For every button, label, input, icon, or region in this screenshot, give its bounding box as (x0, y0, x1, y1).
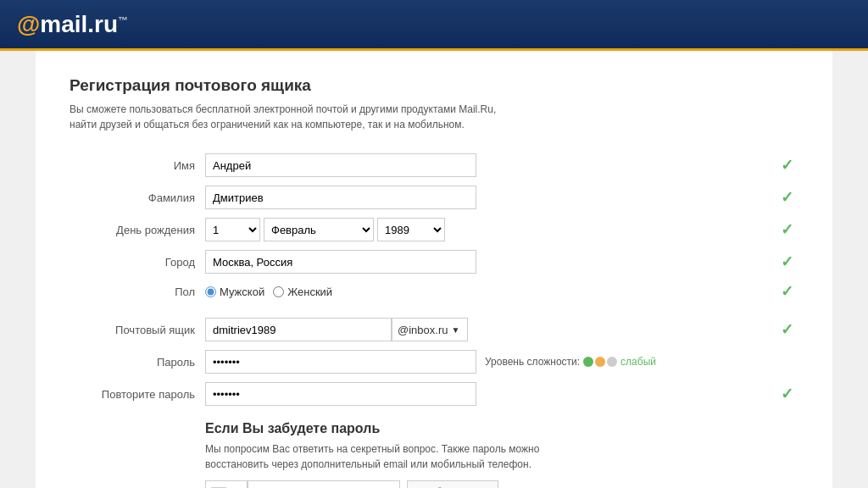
header: @mail.ru™ (0, 0, 868, 51)
strength-dots (583, 357, 617, 367)
strength-dot-2 (595, 357, 605, 367)
email-domain-arrow: ▼ (451, 325, 459, 335)
checkmark-icon: ✓ (781, 253, 793, 270)
logo[interactable]: @mail.ru™ (17, 11, 128, 38)
gender-check: ✓ (774, 282, 798, 309)
logo-trademark: ™ (118, 14, 128, 25)
birthday-label: День рождения (70, 218, 205, 250)
gender-female-radio[interactable] (273, 286, 284, 297)
city-field (205, 250, 774, 282)
forgot-text: Мы попросим Вас ответить на секретный во… (205, 441, 544, 472)
birthday-day-select[interactable]: 1 2 3 (205, 218, 260, 241)
birthday-selects: 1 2 3 Январь Февраль Март Апрель Май Июн… (205, 218, 774, 241)
confirm-password-input[interactable] (205, 382, 476, 406)
password-field: Уровень сложности: слабый (205, 350, 774, 382)
last-name-input[interactable] (205, 186, 476, 209)
email-domain-select[interactable]: @inbox.ru ▼ (392, 318, 468, 341)
birthday-check: ✓ (774, 218, 798, 250)
city-label: Город (70, 250, 205, 282)
email-check: ✓ (774, 318, 798, 350)
confirm-password-label: Повторите пароль (70, 382, 205, 414)
last-name-check: ✓ (774, 186, 798, 218)
email-input[interactable] (205, 318, 392, 341)
checkmark-icon: ✓ (781, 221, 793, 238)
first-name-check: ✓ (774, 153, 798, 186)
phone-country[interactable]: +7 (205, 480, 248, 488)
email-field: @inbox.ru ▼ (205, 318, 774, 350)
gender-options: Мужской Женский (205, 286, 774, 298)
main-content: Регистрация почтового ящика Вы сможете п… (36, 51, 832, 488)
password-input-group: Уровень сложности: слабый (205, 350, 774, 374)
forgot-section-row: Если Вы забудете пароль Мы попросим Вас … (70, 421, 798, 480)
phone-optional: не обязательно (407, 480, 499, 488)
last-name-label: Фамилия (70, 186, 205, 218)
gender-female-text: Женский (287, 286, 332, 298)
logo-tld: .ru (87, 11, 118, 37)
first-name-input[interactable] (205, 153, 476, 177)
email-input-group: @inbox.ru ▼ (205, 318, 774, 341)
password-check (774, 350, 798, 382)
confirm-password-row: Повторите пароль ✓ (70, 382, 798, 414)
city-input[interactable] (205, 250, 476, 274)
strength-label: Уровень сложности: (485, 356, 580, 368)
gender-male-radio[interactable] (205, 286, 216, 297)
checkmark-icon: ✓ (781, 157, 793, 174)
city-check: ✓ (774, 250, 798, 282)
watermark-logo-area (630, 485, 672, 488)
password-input[interactable] (205, 350, 476, 374)
phone-label: Мобильный телефон (70, 480, 205, 488)
confirm-password-check: ✓ (774, 382, 798, 414)
birthday-row: День рождения 1 2 3 Январь Февраль Март … (70, 218, 798, 250)
tv-logo-icon (630, 485, 672, 488)
gender-row: Пол Мужской Женский ✓ (70, 282, 798, 309)
city-row: Город ✓ (70, 250, 798, 282)
password-strength: Уровень сложности: слабый (485, 356, 656, 368)
registration-form: Имя ✓ Фамилия ✓ День рождения (70, 153, 798, 488)
email-row: Почтовый ящик @inbox.ru ▼ ✓ (70, 318, 798, 350)
page-description: Вы сможете пользоваться бесплатной элект… (70, 102, 510, 132)
checkmark-icon: ✓ (781, 283, 793, 300)
strength-dot-1 (583, 357, 593, 367)
gender-label: Пол (70, 282, 205, 309)
email-label: Почтовый ящик (70, 318, 205, 350)
forgot-section: Если Вы забудете пароль Мы попросим Вас … (205, 421, 798, 480)
last-name-row: Фамилия ✓ (70, 186, 798, 218)
gender-field: Мужской Женский (205, 282, 774, 309)
password-label: Пароль (70, 350, 205, 382)
logo-name: mail (40, 11, 87, 37)
phone-input[interactable] (248, 480, 400, 488)
forgot-label-empty (70, 421, 205, 480)
birthday-year-select[interactable]: 1989 1990 (377, 218, 445, 241)
checkmark-icon: ✓ (781, 189, 793, 206)
email-domain-text: @inbox.ru (398, 324, 448, 336)
last-name-field (205, 186, 774, 218)
checkmark-icon: ✓ (781, 321, 793, 338)
gender-male-label[interactable]: Мужской (205, 286, 264, 298)
first-name-row: Имя ✓ (70, 153, 798, 186)
gender-female-label[interactable]: Женский (273, 286, 332, 298)
password-row: Пароль Уровень сложности: слабый (70, 350, 798, 382)
gender-male-text: Мужской (220, 286, 264, 298)
watermark: TeachVideo ПОСМОТРИ КАК ЗНАНИЯ МЕНЯЮТ МИ… (630, 485, 820, 488)
checkmark-icon: ✓ (781, 385, 793, 402)
birthday-field: 1 2 3 Январь Февраль Март Апрель Май Июн… (205, 218, 774, 250)
birthday-month-select[interactable]: Январь Февраль Март Апрель Май Июнь Июль… (264, 218, 374, 241)
first-name-label: Имя (70, 153, 205, 186)
logo-at: @ (17, 11, 40, 37)
strength-text: слабый (620, 356, 656, 368)
strength-dot-3 (607, 357, 617, 367)
forgot-heading: Если Вы забудете пароль (205, 421, 798, 436)
first-name-field (205, 153, 774, 186)
page-title: Регистрация почтового ящика (70, 76, 798, 95)
confirm-password-field (205, 382, 774, 414)
